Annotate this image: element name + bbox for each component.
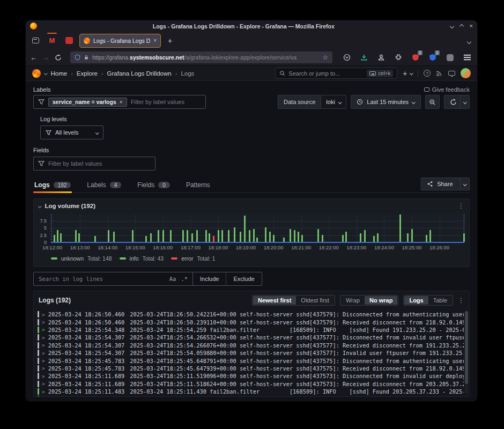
breadcrumb-item[interactable]: Logs bbox=[181, 70, 194, 77]
minimize-button[interactable] bbox=[449, 24, 454, 28]
scrollbar[interactable] bbox=[465, 311, 468, 394]
sort-oldest-first[interactable]: Oldest first bbox=[296, 296, 334, 305]
datasource-value[interactable]: loki bbox=[321, 95, 346, 109]
legend-item[interactable]: infoTotal: 43 bbox=[120, 255, 167, 262]
share-button[interactable]: Share bbox=[421, 177, 470, 190]
log-row[interactable]: >2025-03-24 18:26:50.4602025-03-24T18:26… bbox=[36, 310, 464, 318]
pocket-icon[interactable] bbox=[341, 51, 353, 63]
log-row[interactable]: >2025-03-24 18:25:45.7832025-03-24T18:25… bbox=[36, 357, 464, 364]
expand-row-icon[interactable]: > bbox=[42, 319, 45, 325]
list-tabs-icon[interactable] bbox=[468, 36, 474, 46]
menu-hamburger-icon[interactable] bbox=[461, 51, 473, 63]
help-icon[interactable]: ? bbox=[424, 70, 431, 77]
time-range-picker[interactable]: Last 15 minutes bbox=[351, 95, 420, 109]
tracking-shield-icon[interactable] bbox=[75, 54, 80, 61]
back-button[interactable]: ← bbox=[30, 54, 37, 62]
wrap-no-wrap[interactable]: No wrap bbox=[365, 296, 397, 305]
expand-row-icon[interactable]: > bbox=[42, 350, 45, 356]
url-bar[interactable]: https://grafana.systemsobscure.net/a/gra… bbox=[70, 51, 332, 63]
case-sensitive-toggle[interactable]: Aa bbox=[169, 276, 176, 282]
exclude-button[interactable]: Exclude bbox=[226, 272, 261, 285]
downloads-icon[interactable] bbox=[358, 51, 370, 63]
sort-newest-first[interactable]: Newest first bbox=[253, 296, 296, 305]
filter-chip-service-name[interactable]: service_name = varlogs× bbox=[48, 98, 127, 107]
expand-row-icon[interactable]: > bbox=[42, 335, 45, 341]
close-button[interactable]: × bbox=[470, 23, 473, 29]
log-line-search[interactable]: Aa .* bbox=[33, 272, 193, 286]
legend-item[interactable]: unknownTotal: 148 bbox=[51, 255, 115, 262]
chip-remove-icon[interactable]: × bbox=[120, 99, 123, 105]
display-icon[interactable] bbox=[448, 71, 455, 76]
search-input[interactable] bbox=[288, 70, 364, 77]
active-tab[interactable]: Logs - Grafana Logs Drilldow × bbox=[79, 34, 161, 48]
firefox-view-icon[interactable] bbox=[29, 35, 42, 47]
fields-filter-input[interactable] bbox=[33, 157, 155, 171]
label-filter-input[interactable]: service_name = varlogs× bbox=[33, 95, 206, 109]
extensions-puzzle-icon[interactable] bbox=[392, 51, 404, 63]
log-row[interactable]: >2025-03-24 18:25:45.7832025-03-24T18:25… bbox=[36, 365, 464, 372]
include-button[interactable]: Include bbox=[193, 272, 226, 285]
grafana-logo-icon[interactable] bbox=[32, 69, 41, 78]
wrap-wrap[interactable]: Wrap bbox=[341, 296, 365, 305]
expand-row-icon[interactable]: > bbox=[42, 327, 45, 332]
expand-row-icon[interactable]: > bbox=[42, 358, 45, 364]
legend-item[interactable]: errorTotal: 1 bbox=[171, 255, 218, 262]
tab-labels[interactable]: Labels4 bbox=[86, 179, 122, 193]
tab-fields[interactable]: Fields0 bbox=[136, 179, 171, 193]
view-logs[interactable]: Logs bbox=[404, 296, 428, 305]
log-search-input[interactable] bbox=[39, 276, 165, 282]
label-values-input[interactable] bbox=[131, 99, 201, 105]
breadcrumb-item[interactable]: Explore bbox=[77, 70, 98, 77]
log-row[interactable]: >2025-03-24 18:25:54.3072025-03-24T18:25… bbox=[36, 334, 464, 341]
expand-row-icon[interactable]: > bbox=[42, 365, 45, 371]
log-row[interactable]: >2025-03-24 18:25:11.4832025-03-24 18:25… bbox=[36, 388, 464, 395]
news-rss-icon[interactable] bbox=[436, 70, 443, 77]
reload-button[interactable] bbox=[55, 54, 62, 61]
tab-logs[interactable]: Logs192 bbox=[33, 179, 72, 193]
pinned-tab-app[interactable] bbox=[62, 34, 76, 47]
expand-row-icon[interactable]: > bbox=[42, 342, 45, 348]
breadcrumb-item[interactable]: Home bbox=[51, 70, 68, 77]
log-row[interactable]: >2025-03-24 18:26:50.4602025-03-24T18:26… bbox=[36, 318, 464, 326]
org-switcher-chevron-icon[interactable] bbox=[44, 71, 47, 75]
pinned-tab-gmail[interactable]: M bbox=[45, 34, 59, 47]
global-search[interactable]: ctrl+k bbox=[275, 68, 397, 79]
expand-row-icon[interactable]: > bbox=[42, 389, 45, 395]
log-levels-dropdown[interactable]: All levels bbox=[40, 125, 103, 139]
bitwarden-icon[interactable]: 2 bbox=[427, 51, 439, 63]
extension-misc-icon[interactable] bbox=[444, 51, 456, 63]
log-row[interactable]: >2025-03-24 18:25:54.3482025-03-24 18:25… bbox=[36, 326, 464, 334]
tab-patterns[interactable]: Patterns bbox=[185, 179, 211, 193]
panel-menu-icon[interactable]: ⋮ bbox=[458, 202, 464, 210]
maximize-button[interactable] bbox=[459, 24, 463, 28]
log-row[interactable]: >2025-03-24 18:25:54.3072025-03-24T18:25… bbox=[36, 342, 464, 349]
expand-row-icon[interactable]: > bbox=[42, 373, 45, 379]
regex-toggle[interactable]: .* bbox=[181, 276, 188, 282]
scrollbar-thumb[interactable] bbox=[465, 311, 468, 384]
datasource-picker[interactable]: Data source loki bbox=[278, 95, 346, 109]
log-row[interactable]: >2025-03-24 18:25:54.3072025-03-24T18:25… bbox=[36, 349, 464, 357]
log-row[interactable]: >2025-03-24 18:25:11.4372025-03-24T18:25… bbox=[36, 395, 464, 396]
user-avatar[interactable] bbox=[461, 68, 471, 78]
view-table[interactable]: Table bbox=[428, 296, 452, 305]
log-row[interactable]: >2025-03-24 18:25:11.6892025-03-24T18:25… bbox=[36, 380, 464, 388]
refresh-button[interactable] bbox=[444, 95, 470, 109]
fields-values-input[interactable] bbox=[48, 160, 151, 167]
account-icon[interactable] bbox=[375, 51, 387, 63]
give-feedback-link[interactable]: Give feedback bbox=[424, 86, 470, 93]
expand-row-icon[interactable]: > bbox=[42, 312, 45, 317]
log-row[interactable]: >2025-03-24 18:25:11.6892025-03-24T18:25… bbox=[36, 372, 464, 380]
zoom-out-button[interactable] bbox=[425, 95, 440, 109]
refresh-dropdown[interactable] bbox=[460, 95, 470, 108]
forward-button[interactable]: → bbox=[42, 54, 49, 62]
breadcrumb-item[interactable]: Grafana Logs Drilldown bbox=[107, 70, 172, 77]
collapse-panel-icon[interactable] bbox=[38, 204, 41, 208]
tab-close-icon[interactable]: × bbox=[153, 38, 157, 43]
url-text[interactable]: https://grafana.systemsobscure.net/a/gra… bbox=[92, 54, 319, 61]
ublock-icon[interactable]: 2 bbox=[410, 51, 421, 63]
new-tab-button[interactable]: + bbox=[164, 35, 176, 47]
expand-row-icon[interactable]: > bbox=[42, 381, 45, 387]
lock-icon[interactable] bbox=[84, 54, 89, 61]
logs-panel-menu-icon[interactable]: ⋮ bbox=[458, 297, 464, 304]
bookmark-star-icon[interactable]: ☆ bbox=[322, 54, 328, 61]
